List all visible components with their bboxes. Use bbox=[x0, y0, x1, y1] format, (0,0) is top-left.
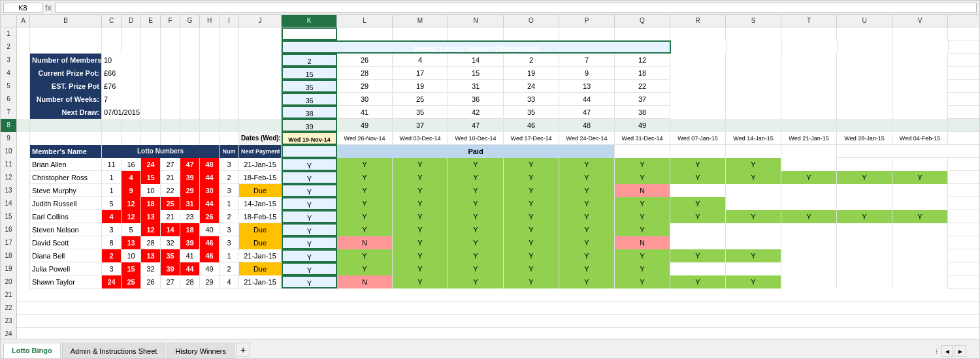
r18-k[interactable]: Y bbox=[282, 249, 337, 262]
r11-u[interactable] bbox=[837, 158, 892, 171]
r7-t[interactable] bbox=[781, 106, 837, 119]
r7-j[interactable] bbox=[239, 106, 282, 119]
r20-g[interactable]: 28 bbox=[180, 275, 200, 289]
r18-u[interactable] bbox=[837, 249, 892, 262]
col-header-h[interactable]: H bbox=[200, 15, 220, 27]
r9-b[interactable] bbox=[30, 132, 102, 145]
r10-t[interactable] bbox=[670, 145, 726, 158]
lottery-r1c3[interactable]: 4 bbox=[393, 54, 448, 67]
r2-e[interactable] bbox=[141, 40, 161, 54]
date-col-r[interactable]: Wed 07-Jan-15 bbox=[670, 132, 726, 145]
r13-e[interactable]: 10 bbox=[141, 184, 161, 197]
r14-t[interactable] bbox=[781, 197, 837, 210]
r21-empty[interactable] bbox=[17, 289, 979, 302]
r5-i[interactable] bbox=[220, 80, 239, 93]
r19-s[interactable] bbox=[726, 262, 781, 275]
r15-l[interactable]: Y bbox=[337, 210, 393, 223]
r18-n[interactable]: Y bbox=[448, 249, 504, 262]
r16-f[interactable]: 14 bbox=[161, 223, 180, 236]
col-header-g[interactable]: G bbox=[180, 15, 200, 27]
lottery-r5c5[interactable]: 35 bbox=[504, 106, 559, 119]
prize-pot-value[interactable]: £66 bbox=[102, 67, 141, 80]
r2-f[interactable] bbox=[161, 40, 180, 54]
r18-h[interactable]: 46 bbox=[200, 249, 220, 262]
r16-i[interactable]: 3 bbox=[220, 223, 239, 236]
lottery-r1c6[interactable]: 7 bbox=[559, 54, 615, 67]
r5-g[interactable] bbox=[180, 80, 200, 93]
r16-q[interactable]: Y bbox=[615, 223, 670, 236]
r3-s[interactable] bbox=[726, 54, 781, 67]
r8-m[interactable]: 37 bbox=[393, 119, 448, 132]
r8-g[interactable] bbox=[180, 119, 200, 132]
r12-f[interactable]: 21 bbox=[161, 171, 180, 184]
r15-f[interactable]: 21 bbox=[161, 210, 180, 223]
r14-d[interactable]: 12 bbox=[122, 197, 141, 210]
r19-h[interactable]: 49 bbox=[200, 262, 220, 275]
r20-t[interactable] bbox=[781, 275, 837, 289]
col-header-c[interactable]: C bbox=[102, 15, 122, 27]
r13-c[interactable]: 1 bbox=[102, 184, 122, 197]
r12-v[interactable]: Y bbox=[892, 171, 948, 184]
r4-s[interactable] bbox=[726, 67, 781, 80]
r5-a[interactable] bbox=[17, 80, 30, 93]
r4-g[interactable] bbox=[180, 67, 200, 80]
date-col-s[interactable]: Wed 14-Jan-15 bbox=[726, 132, 781, 145]
r18-e[interactable]: 13 bbox=[141, 249, 161, 262]
r13-l[interactable]: Y bbox=[337, 184, 393, 197]
r15-t[interactable]: Y bbox=[781, 210, 837, 223]
r15-o[interactable]: Y bbox=[504, 210, 559, 223]
col-header-u[interactable]: U bbox=[837, 15, 892, 27]
r14-o[interactable]: Y bbox=[504, 197, 559, 210]
r16-m[interactable]: Y bbox=[393, 223, 448, 236]
r2-u[interactable] bbox=[838, 40, 893, 54]
r11-j[interactable]: 21-Jan-15 bbox=[239, 158, 282, 171]
r11-c[interactable]: 11 bbox=[102, 158, 122, 171]
tab-scroll-left[interactable]: ◄ bbox=[941, 345, 953, 357]
r13-k[interactable]: Y bbox=[282, 184, 337, 197]
r8-s[interactable] bbox=[726, 119, 781, 132]
r15-e[interactable]: 13 bbox=[141, 210, 161, 223]
r3-r[interactable] bbox=[670, 54, 726, 67]
r6-e[interactable] bbox=[141, 93, 161, 106]
r19-g[interactable]: 44 bbox=[180, 262, 200, 275]
r16-v[interactable] bbox=[892, 223, 948, 236]
r11-e[interactable]: 24 bbox=[141, 158, 161, 171]
lottery-r1c5[interactable]: 2 bbox=[504, 54, 559, 67]
r1-v[interactable] bbox=[892, 27, 948, 40]
r18-d[interactable]: 10 bbox=[122, 249, 141, 262]
r8-l[interactable]: 49 bbox=[337, 119, 393, 132]
r4-i[interactable] bbox=[220, 67, 239, 80]
col-header-a[interactable]: A bbox=[17, 15, 30, 27]
r6-v[interactable] bbox=[892, 93, 948, 106]
r2-b[interactable] bbox=[30, 40, 102, 54]
r10-a[interactable] bbox=[17, 145, 30, 158]
formula-input[interactable] bbox=[56, 3, 977, 13]
r3-f[interactable] bbox=[161, 54, 180, 67]
r20-d[interactable]: 25 bbox=[122, 275, 141, 289]
lottery-r3c4[interactable]: 31 bbox=[448, 80, 504, 93]
r5-j[interactable] bbox=[239, 80, 282, 93]
r4-j[interactable] bbox=[239, 67, 282, 80]
r9-d[interactable] bbox=[122, 132, 141, 145]
r11-o[interactable]: Y bbox=[504, 158, 559, 171]
r1-a[interactable] bbox=[17, 27, 30, 40]
r6-t[interactable] bbox=[781, 93, 837, 106]
r8-h[interactable] bbox=[200, 119, 220, 132]
r1-s[interactable] bbox=[726, 27, 781, 40]
r11-l[interactable]: Y bbox=[337, 158, 393, 171]
r1-c[interactable] bbox=[102, 27, 122, 40]
r14-f[interactable]: 25 bbox=[161, 197, 180, 210]
r19-e[interactable]: 32 bbox=[141, 262, 161, 275]
r3-g[interactable] bbox=[180, 54, 200, 67]
r13-d[interactable]: 9 bbox=[122, 184, 141, 197]
r11-m[interactable]: Y bbox=[393, 158, 448, 171]
r8-c[interactable] bbox=[102, 119, 122, 132]
lottery-r1c2[interactable]: 26 bbox=[337, 54, 393, 67]
lottery-r5c6[interactable]: 47 bbox=[559, 106, 615, 119]
r20-f[interactable]: 27 bbox=[161, 275, 180, 289]
r13-i[interactable]: 3 bbox=[220, 184, 239, 197]
r11-r[interactable]: Y bbox=[670, 158, 726, 171]
r17-h[interactable]: 46 bbox=[200, 236, 220, 249]
r3-t[interactable] bbox=[781, 54, 837, 67]
r18-f[interactable]: 35 bbox=[161, 249, 180, 262]
